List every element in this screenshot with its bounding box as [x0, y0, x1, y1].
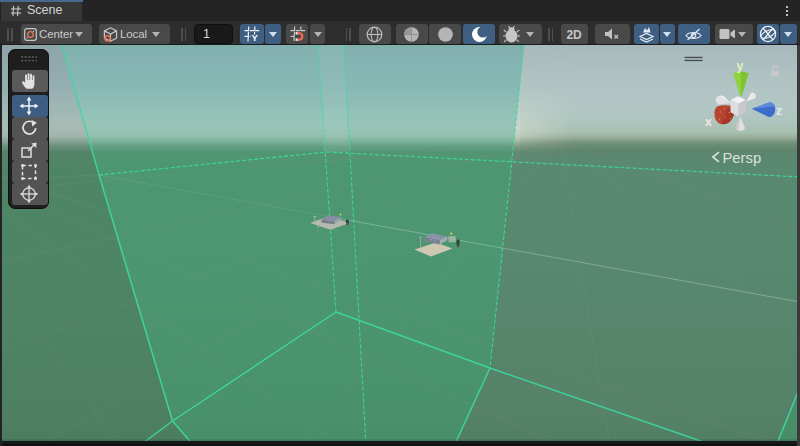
svg-text:Persp: Persp: [723, 150, 762, 166]
svg-text:z: z: [776, 104, 782, 118]
svg-text:x: x: [705, 115, 712, 129]
svg-text:Y: Y: [252, 32, 259, 42]
svg-text:y: y: [737, 59, 744, 73]
